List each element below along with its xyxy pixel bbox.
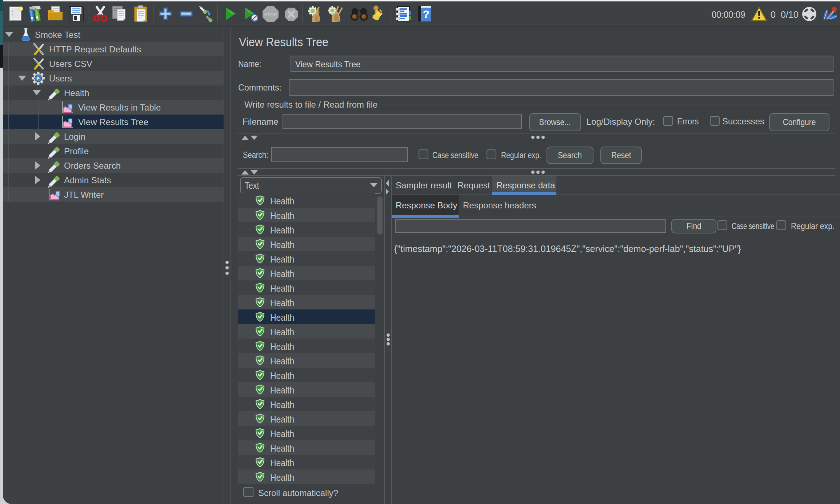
svg-text:?: ? [423, 8, 429, 20]
svg-text:STOP: STOP [264, 12, 277, 17]
